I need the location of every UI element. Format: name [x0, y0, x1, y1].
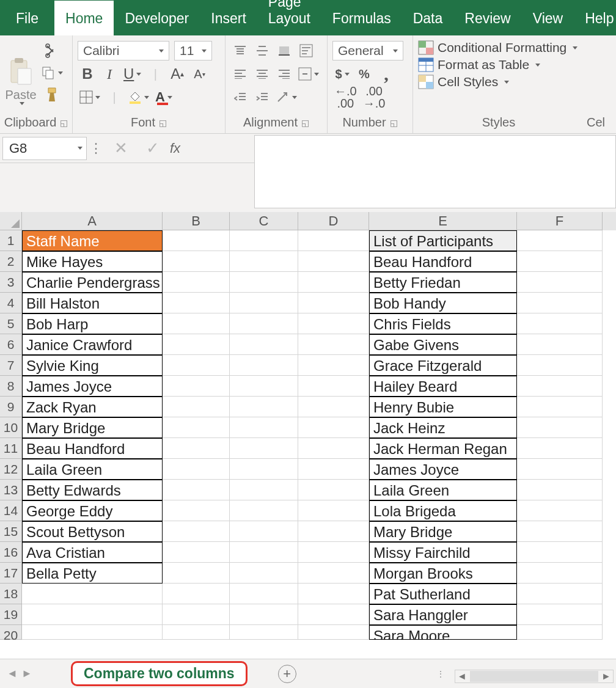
- font-color-button[interactable]: A: [153, 87, 174, 108]
- cell[interactable]: Laila Green: [369, 480, 517, 500]
- cell[interactable]: [298, 500, 369, 521]
- hscroll-thumb[interactable]: [470, 671, 598, 682]
- percent-button[interactable]: %: [354, 64, 374, 84]
- cell[interactable]: [230, 625, 298, 640]
- align-center-button[interactable]: [252, 64, 272, 84]
- tab-review[interactable]: Review: [453, 1, 521, 35]
- column-header[interactable]: F: [517, 212, 603, 230]
- cell[interactable]: [22, 625, 163, 640]
- cell[interactable]: Bob Harp: [22, 313, 163, 334]
- cell[interactable]: [163, 604, 230, 625]
- cell[interactable]: Beau Handford: [369, 251, 517, 272]
- cell[interactable]: Betty Edwards: [22, 480, 163, 500]
- cell[interactable]: [230, 584, 298, 604]
- cell[interactable]: Chris Fields: [369, 313, 517, 334]
- cell[interactable]: Laila Green: [22, 459, 163, 480]
- cell[interactable]: Sylvie King: [22, 355, 163, 376]
- row-header[interactable]: 4: [0, 293, 22, 313]
- copy-button[interactable]: [39, 62, 65, 83]
- tab-help[interactable]: Help: [574, 1, 616, 35]
- new-sheet-button[interactable]: +: [278, 665, 296, 683]
- cell[interactable]: [517, 355, 603, 376]
- cell[interactable]: [230, 438, 298, 459]
- cell[interactable]: Lola Brigeda: [369, 500, 517, 521]
- cell[interactable]: [230, 251, 298, 272]
- formula-input[interactable]: [254, 135, 616, 208]
- cell[interactable]: [298, 480, 369, 500]
- cell[interactable]: [163, 480, 230, 500]
- column-header[interactable]: D: [298, 212, 369, 230]
- cell[interactable]: [298, 604, 369, 625]
- enter-formula-button[interactable]: ✓: [137, 136, 169, 161]
- cell[interactable]: [163, 293, 230, 313]
- cell[interactable]: [163, 542, 230, 563]
- cell[interactable]: [230, 563, 298, 584]
- row-header[interactable]: 18: [0, 584, 22, 604]
- cancel-formula-button[interactable]: ✕: [105, 136, 137, 161]
- cell[interactable]: Morgan Brooks: [369, 563, 517, 584]
- cell[interactable]: [230, 480, 298, 500]
- cell[interactable]: [163, 251, 230, 272]
- wrap-text-button[interactable]: [296, 40, 316, 61]
- cell[interactable]: [230, 604, 298, 625]
- cell[interactable]: Mike Hayes: [22, 251, 163, 272]
- cell[interactable]: List of Participants: [369, 230, 517, 251]
- cell[interactable]: James Joyce: [369, 459, 517, 480]
- cell[interactable]: [298, 313, 369, 334]
- cell[interactable]: [298, 272, 369, 293]
- row-header[interactable]: 15: [0, 521, 22, 542]
- cell[interactable]: Bella Petty: [22, 563, 163, 584]
- hscroll-left[interactable]: ◄: [455, 670, 469, 683]
- spreadsheet-grid[interactable]: A B C D E F 1Staff NameList of Participa…: [0, 212, 616, 640]
- tab-developer[interactable]: Developer: [114, 1, 200, 35]
- tab-insert[interactable]: Insert: [200, 1, 257, 35]
- cell[interactable]: [517, 293, 603, 313]
- dialog-launcher-icon[interactable]: ◱: [390, 118, 398, 128]
- align-middle-button[interactable]: [252, 40, 272, 61]
- decrease-decimal-button[interactable]: .00→.0: [361, 87, 387, 108]
- dialog-launcher-icon[interactable]: ◱: [159, 118, 167, 128]
- cell[interactable]: [517, 563, 603, 584]
- currency-button[interactable]: $: [332, 64, 352, 84]
- column-header[interactable]: B: [163, 212, 230, 230]
- cell[interactable]: [298, 293, 369, 313]
- row-header[interactable]: 11: [0, 438, 22, 459]
- cell[interactable]: Betty Friedan: [369, 272, 517, 293]
- italic-button[interactable]: I: [100, 64, 119, 84]
- increase-indent-button[interactable]: [252, 87, 272, 108]
- cell[interactable]: [517, 397, 603, 417]
- column-header[interactable]: E: [369, 212, 517, 230]
- tab-home[interactable]: Home: [54, 1, 114, 35]
- cell[interactable]: [517, 230, 603, 251]
- cell[interactable]: Bill Halston: [22, 293, 163, 313]
- hscroll-right[interactable]: ►: [600, 670, 613, 683]
- row-header[interactable]: 2: [0, 251, 22, 272]
- cell[interactable]: [517, 625, 603, 640]
- row-header[interactable]: 12: [0, 459, 22, 480]
- cell[interactable]: Staff Name: [22, 230, 163, 251]
- cell[interactable]: [163, 521, 230, 542]
- cell[interactable]: [163, 334, 230, 355]
- comma-button[interactable]: ,: [376, 64, 396, 84]
- align-bottom-button[interactable]: [274, 40, 294, 61]
- cell[interactable]: [230, 417, 298, 438]
- cell[interactable]: [163, 563, 230, 584]
- cell[interactable]: [517, 417, 603, 438]
- cell[interactable]: [163, 376, 230, 397]
- row-header[interactable]: 7: [0, 355, 22, 376]
- row-header[interactable]: 17: [0, 563, 22, 584]
- cell[interactable]: [163, 355, 230, 376]
- cell[interactable]: Zack Ryan: [22, 397, 163, 417]
- cell[interactable]: [298, 417, 369, 438]
- merge-button[interactable]: [296, 64, 321, 84]
- row-header[interactable]: 6: [0, 334, 22, 355]
- cell[interactable]: [163, 584, 230, 604]
- cell[interactable]: [163, 500, 230, 521]
- conditional-formatting-button[interactable]: Conditional Formatting: [418, 39, 579, 56]
- cell[interactable]: [230, 459, 298, 480]
- cell[interactable]: [163, 397, 230, 417]
- cell[interactable]: [230, 397, 298, 417]
- cell[interactable]: [517, 459, 603, 480]
- cell[interactable]: [230, 313, 298, 334]
- cell[interactable]: Beau Handford: [22, 438, 163, 459]
